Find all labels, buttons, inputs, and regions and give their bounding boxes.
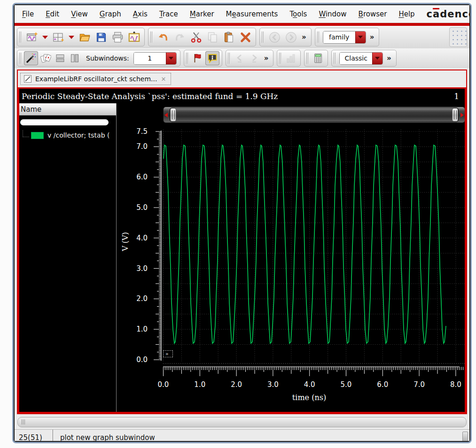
status-counter: 25(51) — [15, 433, 53, 441]
signal-panel-header[interactable]: Name — [19, 103, 116, 116]
menu-view[interactable]: View — [71, 10, 88, 18]
tab-close-icon[interactable]: ✕ — [161, 76, 166, 82]
toolbar-grip-icon[interactable] — [228, 53, 231, 64]
1-combo[interactable]: 1 — [133, 52, 177, 65]
slider-thumb[interactable] — [170, 108, 459, 122]
flag-icon — [192, 53, 203, 64]
classic-combo[interactable]: Classic — [339, 52, 382, 65]
menu-axis[interactable]: Axis — [133, 10, 148, 18]
combo-value[interactable]: family — [323, 31, 355, 43]
toolbar-overflow-chevron[interactable]: » — [370, 33, 375, 41]
prev-subwindow-icon — [234, 53, 245, 64]
x-zoom-range-slider[interactable] — [163, 107, 465, 123]
trace-legend-row[interactable]: v /collector; tstab ( — [23, 131, 109, 139]
export-image-icon — [128, 31, 140, 44]
toolbar-overflow-chevron[interactable]: » — [264, 54, 269, 62]
split-vertical-icon — [69, 53, 80, 64]
menu-browser[interactable]: Browser — [359, 10, 387, 18]
paste-icon — [223, 31, 235, 44]
toolbar-grip-icon[interactable] — [279, 53, 282, 64]
combo-dropdown-button[interactable] — [355, 31, 366, 43]
plot-region[interactable]: V (V) time (ns) » 0.01.02.03.04.05.06.07… — [117, 103, 465, 412]
calculator-button[interactable] — [311, 51, 325, 65]
combo-value[interactable]: Classic — [340, 53, 372, 64]
x-tick-label: 3.0 — [264, 380, 282, 389]
menu-file[interactable]: File — [22, 10, 34, 18]
toolbar-secondary-groups: Subwindows:1»Classic» — [17, 50, 397, 67]
open-icon — [78, 31, 91, 44]
toolbar-grip-icon[interactable] — [186, 53, 189, 64]
save-icon — [95, 31, 108, 44]
info-balloon-button[interactable] — [205, 51, 219, 65]
next-subwindow-icon — [249, 53, 260, 64]
dropdown-arrow-icon[interactable] — [42, 36, 48, 39]
slider-right-arrow-icon[interactable] — [460, 113, 464, 117]
strip-mode-wand-button[interactable] — [24, 51, 38, 65]
graph-workbook: ExampleLibRF oscillator_ckt schem... ✕ P… — [17, 70, 467, 414]
menu-help[interactable]: Help — [398, 10, 414, 18]
toolbar-overflow-chevron[interactable]: » — [302, 33, 306, 41]
slider-thumb-left-handle[interactable] — [170, 108, 176, 122]
toolbar-grip-icon[interactable] — [306, 53, 309, 64]
flag-button[interactable] — [191, 51, 205, 65]
combo-value[interactable]: 1 — [134, 53, 166, 64]
open-button[interactable] — [77, 29, 93, 45]
paste-button[interactable] — [221, 29, 237, 45]
toolbar-grip-icon[interactable] — [334, 53, 336, 64]
menu-edit[interactable]: Edit — [46, 10, 59, 18]
status-separator — [53, 430, 53, 441]
cadence-logo: cadence — [427, 8, 469, 20]
x-tick-label: 1.0 — [190, 380, 209, 389]
toolbar-grip-icon[interactable] — [19, 53, 22, 64]
slider-left-arrow-icon[interactable] — [164, 113, 168, 117]
delete-button[interactable] — [237, 29, 253, 45]
resize-grip[interactable] — [462, 432, 468, 441]
toolbar-grip-icon[interactable] — [150, 31, 153, 43]
caret-down-icon — [358, 36, 363, 39]
menu-window[interactable]: Window — [319, 10, 346, 18]
x-axis-label: time (ns) — [272, 393, 347, 402]
menu-tools[interactable]: Tools — [289, 10, 307, 18]
split-horizontal-icon — [55, 53, 66, 64]
scrollbar-grip-icon[interactable] — [22, 419, 26, 425]
expand-panel-button[interactable]: » — [163, 350, 173, 357]
toolbar-grip-icon[interactable] — [262, 31, 265, 43]
toolbar-grip-icon[interactable] — [317, 31, 320, 43]
name-panel-scrollbar[interactable] — [20, 119, 109, 125]
cut-button[interactable] — [188, 29, 204, 45]
y-tick-label: 5.0 — [129, 203, 148, 212]
subwindow-number: 1 — [454, 92, 459, 101]
print-button[interactable] — [109, 29, 125, 45]
print-icon — [111, 31, 124, 44]
tree-branch-icon — [23, 130, 29, 137]
dropdown-arrow-icon[interactable] — [69, 36, 74, 39]
trace-color-swatch[interactable] — [31, 132, 44, 139]
overlay-cards-button[interactable] — [39, 51, 53, 65]
new-subwindow-button[interactable] — [50, 29, 66, 45]
menu-marker[interactable]: Marker — [190, 10, 214, 18]
menu-trace[interactable]: Trace — [159, 10, 178, 18]
slider-thumb-right-handle[interactable] — [452, 108, 458, 122]
graph-tab-icon — [24, 75, 31, 83]
split-vertical-button[interactable] — [68, 51, 82, 65]
horizontal-scrollbar[interactable] — [17, 417, 467, 427]
combo-dropdown-button[interactable] — [372, 53, 382, 64]
toolbar-grip-icon[interactable] — [19, 31, 22, 43]
signal-name-panel: Name v /collector; tstab ( — [19, 103, 117, 412]
trace-name-label[interactable]: v /collector; tstab ( — [47, 131, 109, 139]
export-image-button[interactable] — [126, 29, 142, 45]
menu-graph[interactable]: Graph — [100, 10, 121, 18]
status-bar: 25(51) plot new graph subwindow — [15, 429, 469, 441]
combo-dropdown-button[interactable] — [166, 53, 176, 64]
save-button[interactable] — [93, 29, 109, 45]
undo-button[interactable] — [155, 29, 171, 45]
new-graph-button[interactable] — [24, 29, 40, 45]
tab-oscillator-schematic[interactable]: ExampleLibRF oscillator_ckt schem... ✕ — [20, 73, 171, 85]
split-horizontal-button[interactable] — [53, 51, 67, 65]
plot-grid-and-trace[interactable] — [163, 130, 465, 362]
menu-measurements[interactable]: Measurements — [226, 10, 278, 18]
y-tick-label: 4.0 — [129, 234, 148, 242]
family-combo[interactable]: family — [323, 31, 366, 44]
toolbar-overflow-chevron[interactable]: » — [387, 54, 391, 62]
y-tick-label: 6.0 — [129, 173, 148, 181]
